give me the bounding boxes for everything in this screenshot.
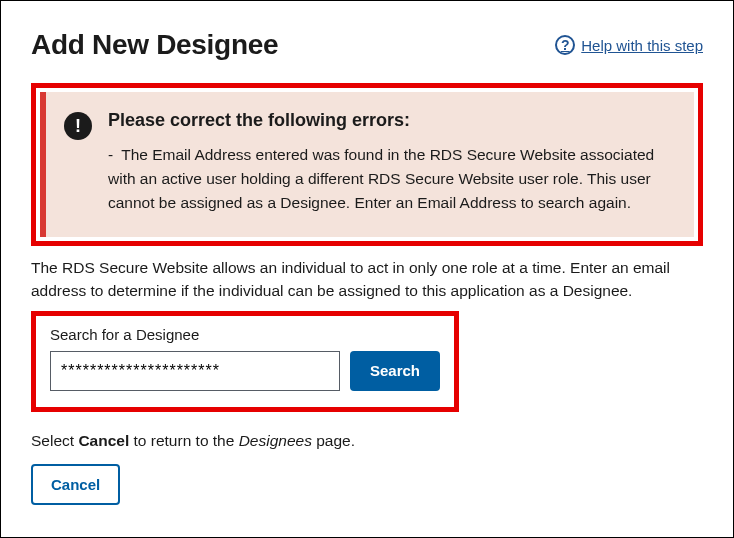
help-icon: ?	[555, 35, 575, 55]
page-title: Add New Designee	[31, 29, 278, 61]
error-icon: !	[64, 112, 92, 140]
footer-bold: Cancel	[78, 432, 129, 449]
footer-instruction: Select Cancel to return to the Designees…	[31, 432, 703, 450]
error-heading: Please correct the following errors:	[108, 110, 670, 131]
search-input[interactable]	[50, 351, 340, 391]
error-highlight-box: ! Please correct the following errors: T…	[31, 83, 703, 246]
cancel-button[interactable]: Cancel	[31, 464, 120, 505]
footer-prefix: Select	[31, 432, 78, 449]
footer-italic: Designees	[239, 432, 312, 449]
error-alert: ! Please correct the following errors: T…	[40, 92, 694, 237]
search-button[interactable]: Search	[350, 351, 440, 391]
help-link-label: Help with this step	[581, 37, 703, 54]
footer-suffix: page.	[312, 432, 355, 449]
help-link[interactable]: ? Help with this step	[555, 35, 703, 55]
intro-text: The RDS Secure Website allows an individ…	[31, 256, 703, 303]
error-message: The Email Address entered was found in t…	[108, 143, 670, 215]
search-label: Search for a Designee	[50, 326, 440, 343]
search-highlight-box: Search for a Designee Search	[31, 311, 459, 412]
footer-mid: to return to the	[129, 432, 238, 449]
